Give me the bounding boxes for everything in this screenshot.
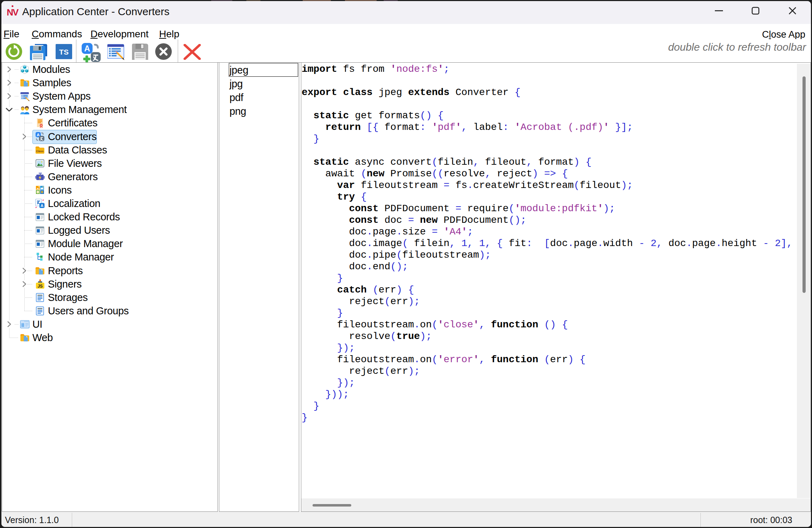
svg-text:TS: TS [59, 48, 69, 56]
svg-text:A: A [37, 132, 39, 137]
svg-text:A: A [84, 44, 90, 53]
svg-text:Class: Class [36, 149, 44, 152]
svg-text:A: A [40, 203, 43, 208]
svg-text:JS: JS [38, 283, 43, 288]
